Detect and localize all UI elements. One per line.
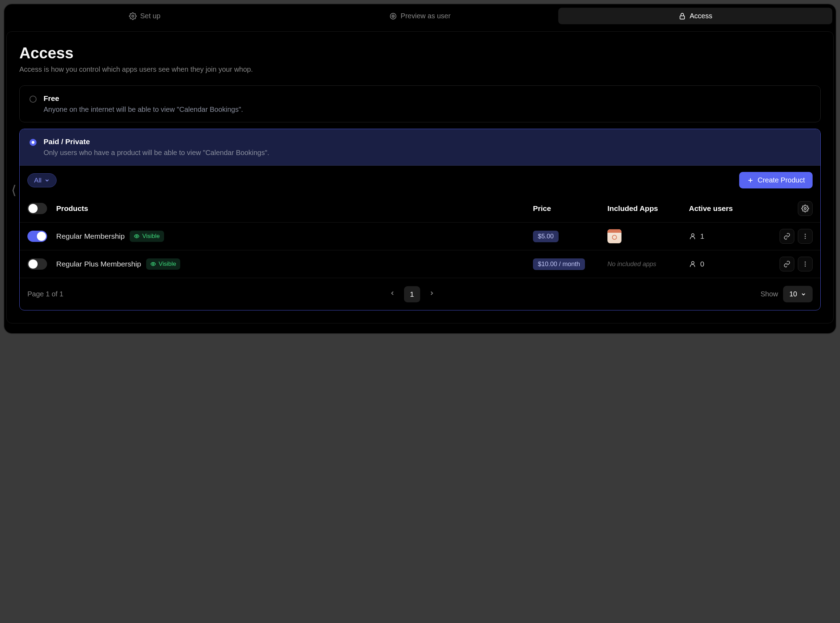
create-label: Create Product [757, 176, 805, 184]
calendar-app-icon [607, 229, 621, 243]
svg-point-9 [805, 236, 806, 237]
dots-vertical-icon [802, 233, 809, 240]
svg-point-15 [805, 265, 806, 267]
master-toggle-cell [28, 203, 52, 214]
master-toggle[interactable] [28, 203, 47, 214]
eye-icon [389, 12, 397, 20]
svg-point-10 [805, 238, 806, 239]
tab-setup[interactable]: Set up [8, 8, 282, 24]
dots-vertical-icon [802, 261, 809, 267]
option-title: Free [44, 94, 811, 103]
link-button[interactable] [780, 257, 794, 272]
svg-point-8 [805, 234, 806, 235]
radio-paid[interactable] [29, 139, 37, 146]
col-products: Products [56, 204, 529, 213]
svg-point-12 [692, 262, 694, 264]
lock-icon [678, 12, 686, 20]
actions-cell [763, 257, 812, 272]
tab-bar: Set up Preview as user Access [6, 6, 834, 26]
actions-cell [763, 229, 812, 244]
visibility-text: Visible [142, 233, 160, 240]
toggle-cell [28, 258, 52, 270]
option-paid-content: Paid / Private Only users who have a pro… [44, 138, 811, 157]
col-users: Active users [689, 204, 759, 213]
drawer-handle[interactable]: ❮ [12, 183, 17, 196]
svg-point-0 [132, 15, 134, 17]
price-badge: $5.00 [533, 231, 558, 242]
create-product-button[interactable]: Create Product [739, 172, 812, 189]
more-button[interactable] [798, 229, 812, 244]
toggle-cell [28, 231, 52, 242]
apps-cell [607, 229, 685, 243]
page-description: Access is how you control which apps use… [19, 65, 821, 74]
link-button[interactable] [780, 229, 794, 244]
next-page-button[interactable] [425, 287, 438, 302]
product-cell: Regular Membership Visible [56, 231, 529, 242]
page-title: Access [19, 44, 821, 62]
table-row: Regular Plus Membership Visible $10.00 /… [20, 250, 820, 278]
price-cell: $10.00 / month [533, 258, 603, 270]
eye-icon [150, 261, 156, 267]
option-description: Only users who have a product will be ab… [44, 149, 811, 157]
option-free-content: Free Anyone on the internet will be able… [44, 94, 811, 114]
col-settings [763, 201, 812, 216]
option-paid[interactable]: Paid / Private Only users who have a pro… [20, 129, 820, 166]
users-count: 0 [700, 260, 704, 268]
product-toggle[interactable] [28, 258, 47, 270]
more-button[interactable] [798, 257, 812, 272]
visibility-badge: Visible [146, 258, 181, 270]
apps-cell: No included apps [607, 261, 685, 268]
svg-point-6 [136, 236, 138, 237]
users-count: 1 [700, 232, 704, 241]
link-icon [783, 261, 791, 267]
product-toggle[interactable] [28, 231, 47, 242]
price-badge: $10.00 / month [533, 258, 585, 270]
paid-panel: Paid / Private Only users who have a pro… [19, 129, 821, 310]
svg-point-3 [393, 16, 393, 17]
visibility-badge: Visible [130, 231, 164, 242]
page-number[interactable]: 1 [404, 286, 420, 302]
products-table: Products Price Included Apps Active user… [20, 195, 820, 278]
user-icon [689, 232, 697, 240]
product-name: Regular Membership [56, 232, 125, 241]
tab-access[interactable]: Access [558, 8, 832, 24]
pagination: Page 1 of 1 1 Show 10 [20, 278, 820, 310]
show-group: Show 10 [760, 286, 812, 302]
user-icon [689, 260, 697, 268]
radio-free[interactable] [29, 96, 37, 103]
show-label: Show [760, 290, 778, 298]
filter-label: All [34, 176, 41, 184]
table-row: Regular Membership Visible $5.00 [20, 222, 820, 250]
product-cell: Regular Plus Membership Visible [56, 258, 529, 270]
plus-icon [747, 177, 754, 184]
users-cell: 1 [689, 232, 759, 241]
option-free[interactable]: Free Anyone on the internet will be able… [19, 86, 821, 122]
svg-point-13 [805, 262, 806, 262]
gear-icon [129, 12, 137, 20]
gear-icon [801, 205, 809, 212]
option-title: Paid / Private [44, 138, 811, 146]
table-settings-button[interactable] [798, 201, 812, 216]
page-info: Page 1 of 1 [28, 290, 63, 298]
col-price: Price [533, 204, 603, 213]
svg-point-11 [153, 263, 154, 265]
tab-label: Access [690, 12, 712, 20]
product-name: Regular Plus Membership [56, 260, 141, 268]
svg-point-5 [804, 207, 806, 210]
svg-point-7 [692, 234, 694, 236]
no-apps-text: No included apps [607, 261, 656, 267]
filter-all-button[interactable]: All [28, 173, 57, 187]
chevron-down-icon [44, 178, 50, 183]
chevron-right-icon [428, 290, 435, 296]
products-toolbar: All Create Product [20, 166, 820, 195]
show-select[interactable]: 10 [783, 286, 812, 302]
tab-preview[interactable]: Preview as user [283, 8, 557, 24]
price-cell: $5.00 [533, 231, 603, 242]
chevron-left-icon [389, 290, 396, 296]
svg-point-14 [805, 264, 806, 265]
link-icon [783, 233, 791, 240]
users-cell: 0 [689, 260, 759, 268]
option-description: Anyone on the internet will be able to v… [44, 106, 811, 114]
tab-label: Set up [140, 12, 161, 20]
prev-page-button[interactable] [386, 287, 399, 302]
